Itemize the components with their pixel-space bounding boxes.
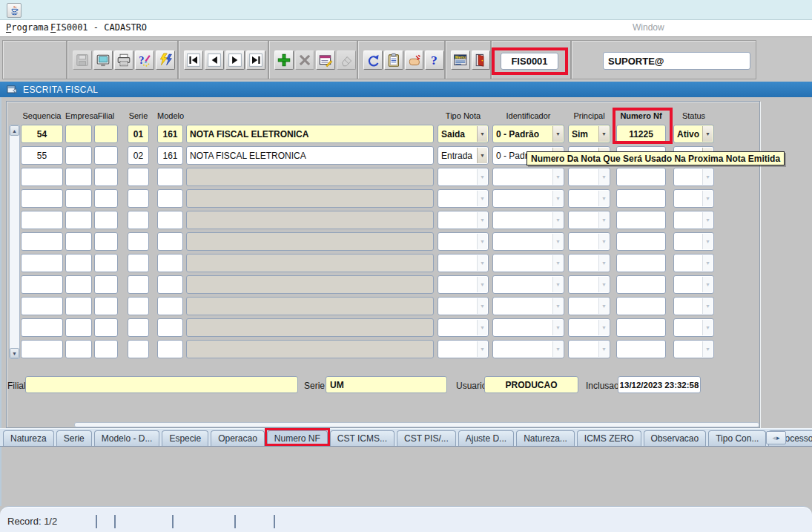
tipo-nota-dropdown[interactable]: Entrada▼ [438, 146, 489, 165]
empresa-field[interactable] [65, 254, 92, 272]
chevron-down-icon[interactable]: ▼ [598, 191, 609, 206]
clear-record-button[interactable] [337, 50, 356, 70]
serie-field[interactable] [128, 168, 149, 186]
chevron-down-icon[interactable]: ▼ [552, 277, 563, 292]
empresa-field[interactable] [65, 297, 92, 315]
delete-record-button[interactable] [295, 50, 314, 70]
principal-dropdown[interactable]: ▼ [568, 297, 610, 315]
last-record-button[interactable] [246, 50, 265, 70]
chevron-down-icon[interactable]: ▼ [477, 255, 487, 271]
filial-field[interactable] [94, 125, 118, 143]
numero-nf-field[interactable] [616, 254, 666, 272]
menu-programa[interactable]: Programa [6, 22, 49, 33]
status-dropdown[interactable]: ▼ [673, 318, 714, 337]
principal-dropdown[interactable]: ▼ [568, 168, 610, 186]
tab-cst-pis[interactable]: CST PIS/... [397, 430, 456, 446]
undo-button[interactable] [363, 50, 383, 70]
chevron-down-icon[interactable]: ▼ [702, 298, 713, 314]
chevron-down-icon[interactable]: ▼ [702, 255, 713, 271]
tipo-nota-dropdown[interactable]: ▼ [438, 189, 489, 208]
identificador-dropdown[interactable]: ▼ [492, 168, 564, 186]
tab-scroll-button[interactable]: ◂▸ [766, 431, 786, 444]
chevron-down-icon[interactable]: ▼ [598, 277, 609, 292]
exit-button[interactable] [472, 50, 491, 70]
modelo-field[interactable] [157, 297, 183, 315]
sequencia-field[interactable] [21, 254, 63, 272]
modelo-field[interactable] [157, 232, 183, 251]
menu-window[interactable]: Window [633, 22, 664, 33]
insert-record-button[interactable] [274, 50, 294, 70]
menu-button[interactable]: Menu [451, 50, 470, 70]
sequencia-field[interactable] [21, 297, 63, 315]
tipo-nota-dropdown[interactable]: ▼ [438, 340, 489, 358]
chevron-down-icon[interactable]: ▼ [598, 126, 609, 142]
numero-nf-field[interactable] [616, 340, 666, 358]
filial-field[interactable] [94, 318, 118, 337]
tipo-nota-dropdown[interactable]: ▼ [438, 211, 489, 229]
usuario-field[interactable]: PRODUCAO [484, 376, 578, 393]
chevron-down-icon[interactable]: ▼ [477, 191, 487, 206]
inclusao-field[interactable]: 13/12/2023 23:32:58 [618, 376, 701, 393]
tipo-nota-dropdown[interactable]: ▼ [438, 275, 489, 294]
chevron-down-icon[interactable]: ▼ [702, 169, 713, 185]
tipo-nota-dropdown[interactable]: ▼ [438, 232, 489, 251]
sequencia-field[interactable] [21, 189, 63, 208]
numero-nf-field[interactable] [616, 275, 666, 294]
numero-nf-field[interactable] [616, 189, 666, 208]
principal-dropdown[interactable]: Sim▼ [568, 125, 610, 143]
chevron-down-icon[interactable]: ▼ [702, 126, 713, 142]
serie-field[interactable] [128, 297, 149, 315]
identificador-dropdown[interactable]: ▼ [492, 189, 564, 208]
filial-field[interactable] [94, 254, 118, 272]
identificador-dropdown[interactable]: ▼ [492, 340, 564, 358]
principal-dropdown[interactable]: ▼ [568, 318, 610, 337]
sequencia-field[interactable] [21, 318, 63, 337]
serie-field[interactable]: 01 [128, 125, 149, 143]
numero-nf-field[interactable]: 11225 [616, 125, 666, 143]
serie-field[interactable] [128, 189, 149, 208]
chevron-down-icon[interactable]: ▼ [477, 320, 487, 335]
descricao-field[interactable]: NOTA FISCAL ELETRONICA [186, 146, 434, 165]
sequencia-field[interactable]: 54 [21, 125, 63, 143]
identificador-dropdown[interactable]: ▼ [492, 318, 564, 337]
principal-dropdown[interactable]: ▼ [568, 232, 610, 251]
chevron-down-icon[interactable]: ▼ [552, 191, 563, 206]
chevron-down-icon[interactable]: ▼ [598, 320, 609, 335]
empresa-field[interactable] [65, 146, 92, 165]
status-dropdown[interactable]: ▼ [673, 211, 714, 229]
tab-especie[interactable]: Especie [162, 430, 208, 446]
modelo-field[interactable] [157, 318, 183, 337]
chevron-down-icon[interactable]: ▼ [477, 341, 487, 357]
serie-field[interactable] [128, 254, 149, 272]
list-of-values-button[interactable] [316, 50, 335, 70]
chevron-down-icon[interactable]: ▼ [702, 277, 713, 292]
menu-program-title[interactable]: FIS0001 - CADASTRO [50, 22, 147, 33]
previous-record-button[interactable] [205, 50, 224, 70]
empresa-field[interactable] [65, 125, 92, 143]
identificador-dropdown[interactable]: ▼ [492, 297, 564, 315]
program-code-field[interactable]: FIS0001 [501, 53, 558, 70]
chevron-down-icon[interactable]: ▼ [702, 234, 713, 249]
sequencia-field[interactable]: 55 [21, 146, 63, 165]
principal-dropdown[interactable]: ▼ [568, 211, 610, 229]
chevron-down-icon[interactable]: ▼ [477, 212, 487, 228]
empresa-field[interactable] [65, 340, 92, 358]
status-dropdown[interactable]: ▼ [673, 189, 714, 208]
serie-field[interactable] [128, 340, 149, 358]
tab-operacao[interactable]: Operacao [211, 430, 265, 446]
enter-query-button[interactable]: ? [135, 50, 154, 70]
print-button[interactable] [114, 50, 133, 70]
chevron-down-icon[interactable]: ▼ [552, 234, 563, 249]
filial-detail-field[interactable] [25, 376, 298, 393]
empresa-field[interactable] [65, 275, 92, 294]
identificador-dropdown[interactable]: ▼ [492, 211, 564, 229]
chevron-down-icon[interactable]: ▼ [702, 341, 713, 357]
modelo-field[interactable] [157, 340, 183, 358]
username-field[interactable]: SUPORTE@ [603, 52, 750, 70]
numero-nf-field[interactable] [616, 297, 666, 315]
chevron-down-icon[interactable]: ▼ [552, 126, 563, 142]
chevron-down-icon[interactable]: ▼ [552, 341, 563, 357]
tab-natureza[interactable]: Natureza... [516, 430, 575, 446]
chevron-down-icon[interactable]: ▼ [552, 212, 563, 228]
status-dropdown[interactable]: ▼ [673, 275, 714, 294]
